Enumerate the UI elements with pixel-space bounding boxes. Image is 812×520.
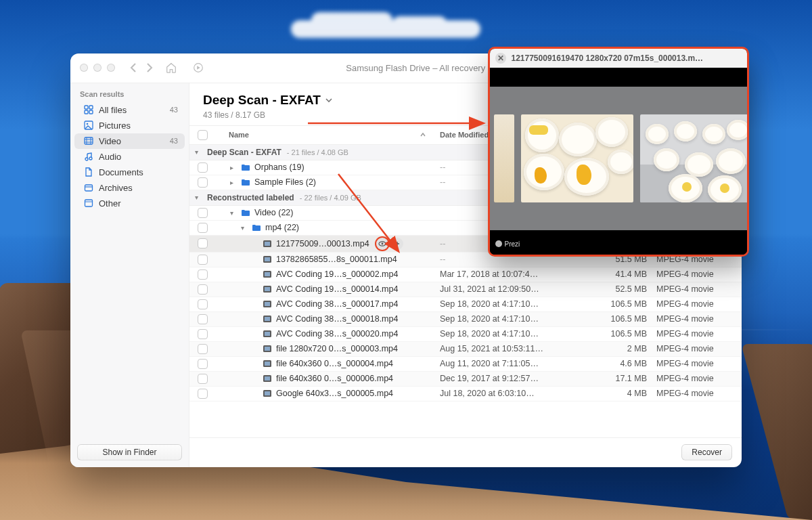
movie-file-icon (263, 285, 272, 293)
sidebar-item-label: Other (99, 198, 121, 209)
preview-video-area[interactable]: Prezi (490, 68, 747, 255)
checkbox[interactable] (198, 359, 208, 369)
column-date[interactable]: Date Modified (440, 131, 489, 139)
svg-rect-33 (265, 376, 270, 381)
movie-file-icon (263, 330, 272, 338)
folder-icon (241, 178, 250, 186)
svg-point-6 (87, 123, 89, 125)
file-row[interactable]: file 640x360 0…s_000004.mp4Aug 11, 2020 … (189, 357, 742, 372)
zoom-window-button[interactable] (107, 64, 115, 72)
checkbox[interactable] (198, 177, 208, 188)
show-in-finder-button[interactable]: Show in Finder (77, 444, 182, 460)
checkbox[interactable] (198, 284, 208, 295)
svg-rect-1 (85, 106, 88, 109)
checkbox[interactable] (198, 344, 208, 354)
group-title: Deep Scan - EXFAT (207, 148, 281, 157)
file-name: AVC Coding 38…s_000018.mp4 (276, 314, 398, 324)
svg-rect-10 (85, 185, 93, 191)
hex-view-button[interactable] (391, 238, 403, 250)
checkbox[interactable] (198, 314, 208, 324)
file-name: file 1280x720 0…s_000003.mp4 (276, 344, 398, 353)
column-name[interactable]: Name (229, 131, 249, 139)
file-row[interactable]: AVC Coding 19…s_000014.mp4Jul 31, 2021 a… (189, 282, 742, 297)
sidebar-item-video[interactable]: Video 43 (74, 133, 185, 149)
svg-rect-21 (265, 287, 270, 291)
svg-rect-35 (265, 391, 270, 395)
size-cell: 41.4 MB (587, 269, 647, 279)
chevron-down-icon[interactable]: ▾ (241, 224, 248, 232)
results-title: Deep Scan - EXFAT (203, 93, 321, 108)
svg-rect-19 (265, 272, 270, 276)
date-cell: Jul 31, 2021 at 12:09:50… (440, 284, 582, 294)
file-row[interactable]: AVC Coding 19…s_000002.mp4Mar 17, 2018 a… (189, 267, 742, 282)
svg-rect-29 (265, 347, 270, 351)
recover-button[interactable]: Recover (681, 444, 732, 460)
movie-file-icon (263, 240, 272, 248)
file-row[interactable]: AVC Coding 38…s_000020.mp4Sep 18, 2020 a… (189, 327, 742, 342)
sidebar-item-all-files[interactable]: All files 43 (74, 102, 185, 118)
thumbnail-partial (494, 114, 514, 202)
file-name: 13782865855…8s_000011.mp4 (276, 255, 397, 264)
movie-file-icon (263, 270, 272, 278)
close-preview-button[interactable]: ✕ (495, 53, 506, 64)
kind-cell: MPEG-4 movie (652, 299, 731, 309)
file-name: 121775009…00013.mp4 (276, 239, 369, 248)
group-meta: - 22 files / 4.09 GB (300, 194, 361, 202)
folder-name: Sample Files (2) (254, 177, 316, 187)
image-icon (84, 121, 93, 130)
svg-rect-11 (85, 200, 93, 207)
svg-rect-13 (265, 242, 270, 246)
sidebar-item-other[interactable]: Other (74, 196, 185, 211)
svg-rect-17 (265, 257, 270, 261)
checkbox[interactable] (198, 329, 208, 339)
checkbox[interactable] (198, 269, 208, 280)
minimize-window-button[interactable] (93, 64, 102, 72)
checkbox[interactable] (198, 238, 208, 248)
kind-cell: MPEG-4 movie (652, 284, 731, 294)
checkbox[interactable] (198, 299, 208, 309)
checkbox[interactable] (198, 389, 208, 399)
chevron-right-icon[interactable]: ▸ (230, 179, 237, 186)
size-cell: 106.5 MB (587, 314, 647, 324)
sidebar-item-documents[interactable]: Documents (74, 165, 185, 180)
file-row[interactable]: AVC Coding 38…s_000017.mp4Sep 18, 2020 a… (189, 297, 742, 312)
group-title: Reconstructed labeled (207, 193, 294, 202)
checkbox[interactable] (198, 223, 208, 233)
kind-cell: MPEG-4 movie (652, 374, 731, 383)
chevron-right-icon[interactable]: ▸ (230, 164, 237, 171)
home-icon[interactable] (165, 62, 177, 74)
file-row[interactable]: AVC Coding 38…s_000018.mp4Sep 18, 2020 a… (189, 312, 742, 327)
size-cell: 106.5 MB (587, 329, 647, 339)
file-row[interactable]: file 640x360 0…s_000006.mp4Dec 19, 2017 … (189, 372, 742, 387)
sidebar-item-label: Documents (99, 167, 143, 177)
file-name: AVC Coding 38…s_000020.mp4 (276, 329, 398, 339)
chevron-down-icon[interactable]: ▾ (230, 209, 237, 217)
date-cell: Sep 18, 2020 at 4:17:10… (440, 314, 582, 324)
file-row[interactable]: file 1280x720 0…s_000003.mp4Aug 15, 2021… (189, 342, 742, 357)
svg-point-9 (89, 157, 92, 160)
refresh-icon[interactable] (192, 62, 204, 74)
chevron-down-icon[interactable] (325, 96, 333, 104)
checkbox[interactable] (198, 208, 208, 218)
kind-cell: MPEG-4 movie (652, 389, 731, 398)
file-name: file 640x360 0…s_000004.mp4 (276, 359, 393, 368)
preview-eye-button[interactable] (376, 238, 388, 250)
svg-rect-23 (265, 302, 270, 306)
close-window-button[interactable] (80, 64, 88, 72)
checkbox[interactable] (198, 255, 208, 265)
sidebar-item-archives[interactable]: Archives (74, 180, 185, 196)
checkbox[interactable] (198, 162, 208, 173)
preview-title: 1217750091619470 1280x720 07m15s_000013.… (512, 53, 704, 63)
select-all-checkbox[interactable] (198, 130, 208, 140)
size-cell: 52.5 MB (587, 284, 647, 294)
svg-rect-3 (85, 110, 88, 114)
back-button[interactable] (130, 63, 137, 72)
sort-asc-icon (420, 131, 426, 138)
sidebar-item-audio[interactable]: Audio (74, 149, 185, 165)
forward-button[interactable] (146, 63, 153, 72)
file-row[interactable]: Google 640x3…s_000005.mp4Jul 18, 2020 at… (189, 387, 742, 402)
size-cell: 106.5 MB (587, 299, 647, 309)
svg-point-8 (85, 158, 88, 160)
checkbox[interactable] (198, 374, 208, 384)
sidebar-item-pictures[interactable]: Pictures (74, 118, 185, 133)
